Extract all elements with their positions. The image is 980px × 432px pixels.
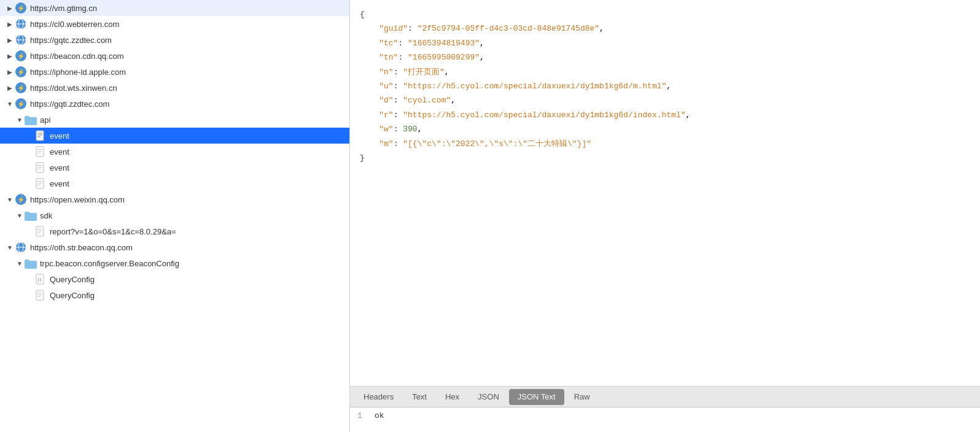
label-dot-wts: https://dot.wts.xinwen.cn	[30, 83, 117, 93]
svg-rect-34	[25, 260, 29, 263]
label-cl0: https://cl0.webterren.com	[30, 20, 119, 29]
tree-item-query-config-2[interactable]: QueryConfig	[0, 287, 349, 303]
file-doc-icon-event-3	[34, 161, 47, 174]
folder-icon-api	[25, 114, 37, 126]
svg-rect-38	[37, 293, 42, 293]
tab-raw[interactable]: Raw	[566, 389, 599, 405]
tree-item-trpc-folder[interactable]: ▼ trpc.beacon.configserver.BeaconConfig	[0, 255, 349, 271]
tree-item-event-2[interactable]: event	[0, 144, 349, 160]
tree-item-gqtc-zzdtec[interactable]: ▶ https://gqtc.zzdtec.com	[0, 32, 349, 48]
svg-rect-40	[37, 296, 41, 297]
lightning-icon-dot-wts: ⚡	[15, 82, 27, 94]
globe-icon-gqtc	[15, 34, 27, 46]
response-line-num: 1	[357, 411, 367, 420]
tree-item-event-3[interactable]: event	[0, 160, 349, 176]
label-event-4: event	[50, 179, 69, 188]
globe-icon-cl0	[15, 18, 27, 30]
svg-rect-28	[37, 231, 42, 231]
lightning-icon-iphone-ld: ⚡	[15, 66, 27, 78]
label-event-2: event	[50, 147, 69, 156]
svg-rect-15	[37, 153, 41, 153]
svg-rect-8	[36, 131, 44, 141]
tree-item-api-folder[interactable]: ▼ api	[0, 112, 349, 128]
file-doc-icon-report	[34, 225, 47, 237]
file-doc-icon-event-2	[34, 145, 47, 158]
toggle-dot-wts: ▶	[5, 85, 15, 91]
tree-item-query-config-1[interactable]: {} QueryConfig	[0, 271, 349, 287]
tree-item-report[interactable]: report?v=1&o=0&s=1&c=8.0.29&a=	[0, 223, 349, 239]
svg-rect-13	[37, 149, 42, 150]
label-trpc: trpc.beacon.configserver.BeaconConfig	[40, 259, 179, 268]
file-doc-icon-event-4	[34, 177, 47, 190]
response-area: 1 ok	[350, 407, 980, 432]
svg-rect-10	[37, 134, 42, 136]
toggle-beacon-cdn: ▶	[5, 53, 15, 60]
svg-rect-21	[37, 181, 42, 182]
lightning-icon-open-weixin: ⚡	[15, 193, 27, 206]
file-image-icon-event-1	[34, 129, 47, 142]
toggle-trpc: ▼	[15, 260, 25, 267]
svg-rect-27	[37, 229, 42, 230]
tab-json[interactable]: JSON	[469, 389, 508, 405]
svg-rect-23	[37, 185, 41, 185]
tree-item-oth-str-beacon[interactable]: ▼ https://oth.str.beacon.qq.com	[0, 239, 349, 255]
toggle-iphone-ld: ▶	[5, 69, 15, 75]
bottom-bar: Headers Text Hex JSON JSON Text Raw 1 ok	[350, 386, 980, 432]
label-open-weixin: https://open.weixin.qq.com	[30, 195, 125, 204]
label-query-config-1: QueryConfig	[50, 275, 95, 284]
response-value: ok	[375, 411, 384, 420]
tree-item-sdk-folder[interactable]: ▼ sdk	[0, 207, 349, 223]
label-beacon-cdn: https://beacon.cdn.qq.com	[30, 52, 123, 61]
label-query-config-2: QueryConfig	[50, 291, 95, 300]
folder-icon-sdk	[25, 209, 37, 222]
tree-item-cl0-webterren[interactable]: ▶ https://cl0.webterren.com	[0, 16, 349, 32]
label-api: api	[40, 115, 50, 125]
label-event-1: event	[50, 131, 69, 141]
tree-item-vm-gtimg[interactable]: ▶ ⚡ https://vm.gtimg.cn	[0, 0, 349, 16]
json-viewer[interactable]: { "guid": "2f5c9794-05ff-d4c3-03cd-848e9…	[350, 0, 980, 386]
file-json-icon-query-config-1: {}	[34, 273, 47, 285]
svg-rect-18	[37, 167, 42, 168]
tree-item-beacon-cdn[interactable]: ▶ ⚡ https://beacon.cdn.qq.com	[0, 48, 349, 64]
toggle-cl0: ▶	[5, 21, 15, 28]
label-gqti: https://gqti.zzdtec.com	[30, 99, 109, 109]
svg-rect-17	[37, 165, 42, 166]
toggle-gqti: ▼	[5, 101, 15, 107]
tab-json-text[interactable]: JSON Text	[509, 389, 564, 405]
response-row: 1 ok	[357, 411, 973, 420]
svg-rect-19	[37, 169, 41, 169]
svg-rect-14	[37, 151, 42, 152]
svg-rect-9	[37, 133, 42, 134]
svg-rect-29	[37, 233, 41, 233]
svg-rect-22	[37, 183, 42, 183]
globe-icon-oth-str-beacon	[15, 241, 27, 253]
toggle-open-weixin: ▼	[5, 196, 15, 203]
main-container: ▶ ⚡ https://vm.gtimg.cn ▶ https://cl0.we…	[0, 0, 980, 432]
lightning-icon-gqti: ⚡	[15, 98, 27, 110]
toggle-oth-str-beacon: ▼	[5, 244, 15, 251]
tree-item-gqti-zzdtec[interactable]: ▼ ⚡ https://gqti.zzdtec.com	[0, 96, 349, 112]
label-gqtc: https://gqtc.zzdtec.com	[30, 36, 112, 45]
tabs-row: Headers Text Hex JSON JSON Text Raw	[350, 387, 980, 407]
label-iphone-ld: https://iphone-ld.apple.com	[30, 68, 126, 77]
toggle-gqtc: ▶	[5, 37, 15, 44]
tab-headers[interactable]: Headers	[355, 389, 402, 405]
tree-item-open-weixin[interactable]: ▼ ⚡ https://open.weixin.qq.com	[0, 191, 349, 207]
label-oth-str-beacon: https://oth.str.beacon.qq.com	[30, 243, 133, 252]
svg-rect-39	[37, 295, 42, 295]
tab-text[interactable]: Text	[403, 389, 435, 405]
label-sdk: sdk	[40, 211, 52, 220]
svg-rect-11	[37, 136, 41, 137]
label-report: report?v=1&o=0&s=1&c=8.0.29&a=	[50, 227, 176, 236]
tree-item-iphone-ld[interactable]: ▶ ⚡ https://iphone-ld.apple.com	[0, 64, 349, 80]
toggle-api: ▼	[15, 117, 25, 123]
file-doc-icon-query-config-2	[34, 289, 47, 301]
tab-hex[interactable]: Hex	[437, 389, 468, 405]
label-event-3: event	[50, 163, 69, 172]
svg-text:{}: {}	[37, 277, 42, 282]
toggle-sdk: ▼	[15, 212, 25, 219]
tree-item-dot-wts[interactable]: ▶ ⚡ https://dot.wts.xinwen.cn	[0, 80, 349, 96]
tree-item-event-4[interactable]: event	[0, 176, 349, 191]
tree-item-event-1[interactable]: event	[0, 128, 349, 144]
label-vm-gtimg: https://vm.gtimg.cn	[30, 4, 97, 13]
